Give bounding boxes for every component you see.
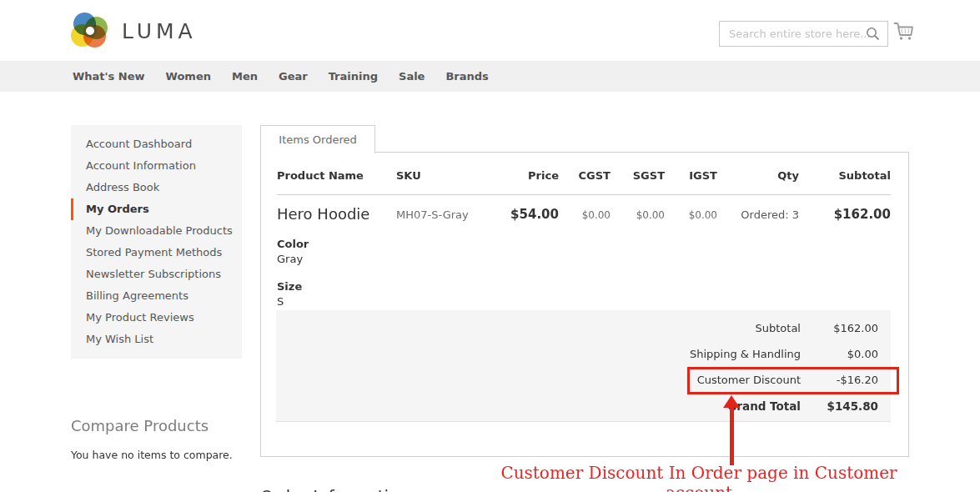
order-items-panel: Items Ordered Product Name SKU Price CGS… bbox=[260, 125, 909, 457]
nav-item-brands[interactable]: Brands bbox=[445, 70, 488, 83]
annotation-text: Customer Discount In Order page in Custo… bbox=[499, 463, 899, 492]
search-icon[interactable] bbox=[866, 27, 880, 44]
order-information-heading: Order Information bbox=[260, 486, 410, 492]
annotation-arrow-head bbox=[723, 395, 740, 408]
col-subtotal: Subtotal bbox=[799, 169, 891, 195]
total-label: Subtotal bbox=[276, 322, 801, 334]
luma-logo-icon bbox=[71, 13, 109, 49]
sidebar-item-address-book[interactable]: Address Book bbox=[71, 177, 242, 198]
total-label: Shipping & Handling bbox=[276, 348, 801, 360]
order-totals: Subtotal $162.00 Shipping & Handling $0.… bbox=[276, 310, 891, 422]
total-row-shipping: Shipping & Handling $0.00 bbox=[276, 341, 891, 367]
sidebar-item-my-product-reviews[interactable]: My Product Reviews bbox=[71, 307, 242, 329]
order-items-table: Product Name SKU Price CGST SGST IGST Qt… bbox=[277, 169, 891, 308]
table-header-row: Product Name SKU Price CGST SGST IGST Qt… bbox=[277, 169, 891, 195]
annotation-arrow bbox=[730, 406, 734, 465]
col-qty: Qty bbox=[717, 169, 799, 195]
product-sgst: $0.00 bbox=[636, 209, 665, 221]
col-igst: IGST bbox=[665, 169, 717, 195]
sidebar-item-newsletter-subscriptions[interactable]: Newsletter Subscriptions bbox=[71, 264, 242, 285]
highlight-box bbox=[687, 367, 899, 394]
product-cgst: $0.00 bbox=[582, 209, 611, 221]
page-header: LUMA bbox=[0, 0, 980, 61]
product-name: Hero Hoodie bbox=[277, 206, 396, 223]
cart-icon[interactable] bbox=[893, 22, 914, 44]
order-items-panel-body: Product Name SKU Price CGST SGST IGST Qt… bbox=[260, 152, 909, 457]
sidebar-item-my-downloadable-products[interactable]: My Downloadable Products bbox=[71, 220, 242, 242]
nav-item-sale[interactable]: Sale bbox=[399, 70, 425, 83]
search-box bbox=[719, 21, 888, 47]
total-label: Grand Total bbox=[276, 399, 801, 413]
option-value-size: S bbox=[277, 295, 396, 308]
search-input[interactable] bbox=[720, 22, 869, 46]
product-qty: Ordered: 3 bbox=[741, 208, 799, 221]
nav-item-gear[interactable]: Gear bbox=[279, 70, 308, 83]
nav-item-training[interactable]: Training bbox=[329, 70, 378, 83]
option-value-color: Gray bbox=[277, 253, 396, 265]
product-igst: $0.00 bbox=[689, 209, 717, 221]
sidebar-item-account-information[interactable]: Account Information bbox=[71, 155, 242, 177]
logo-text: LUMA bbox=[122, 19, 197, 43]
product-subtotal: $162.00 bbox=[834, 207, 891, 222]
sidebar-item-my-wish-list[interactable]: My Wish List bbox=[71, 329, 242, 350]
total-value: $162.00 bbox=[801, 322, 878, 334]
account-sidebar: Account Dashboard Account Information Ad… bbox=[71, 125, 242, 359]
compare-products-block: Compare Products You have no items to co… bbox=[71, 417, 254, 461]
sidebar-item-account-dashboard[interactable]: Account Dashboard bbox=[71, 133, 242, 155]
col-sgst: SGST bbox=[611, 169, 665, 195]
compare-products-title: Compare Products bbox=[71, 417, 254, 434]
sidebar-item-billing-agreements[interactable]: Billing Agreements bbox=[71, 285, 242, 307]
col-product-name: Product Name bbox=[277, 169, 396, 195]
col-sku: SKU bbox=[396, 169, 500, 195]
total-value: $0.00 bbox=[801, 348, 878, 360]
luma-logo[interactable]: LUMA bbox=[71, 13, 197, 49]
nav-item-women[interactable]: Women bbox=[166, 70, 211, 83]
compare-products-empty-text: You have no items to compare. bbox=[71, 449, 254, 461]
product-price: $54.00 bbox=[510, 207, 559, 222]
col-price: Price bbox=[500, 169, 559, 195]
product-sku: MH07-S-Gray bbox=[396, 208, 469, 221]
col-cgst: CGST bbox=[559, 169, 611, 195]
option-label-size: Size bbox=[277, 280, 396, 293]
total-row-grand-total: Grand Total $145.80 bbox=[276, 393, 891, 419]
table-row: Hero Hoodie Color Gray Size S MH07-S-Gra… bbox=[277, 195, 891, 309]
total-row-subtotal: Subtotal $162.00 bbox=[276, 315, 891, 341]
tab-items-ordered[interactable]: Items Ordered bbox=[260, 125, 375, 153]
nav-item-men[interactable]: Men bbox=[232, 70, 258, 83]
total-value: $145.80 bbox=[801, 399, 878, 413]
option-label-color: Color bbox=[277, 238, 396, 250]
sidebar-item-my-orders[interactable]: My Orders bbox=[71, 198, 242, 220]
sidebar-item-stored-payment-methods[interactable]: Stored Payment Methods bbox=[71, 242, 242, 264]
main-navbar: What's New Women Men Gear Training Sale … bbox=[0, 61, 980, 92]
nav-item-whats-new[interactable]: What's New bbox=[73, 70, 145, 83]
